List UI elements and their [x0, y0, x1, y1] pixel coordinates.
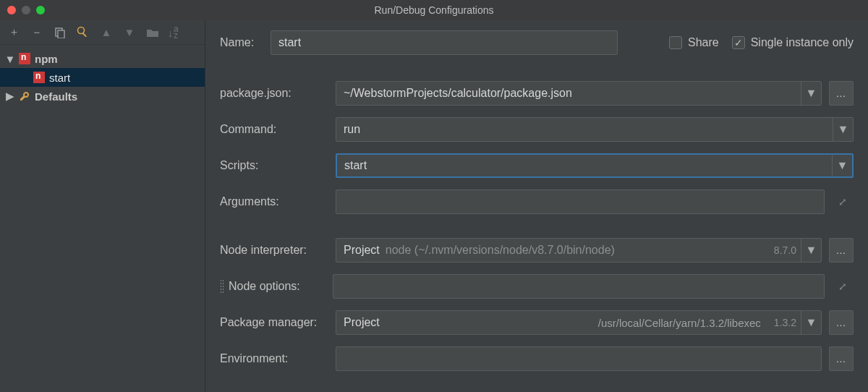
svg-rect-1: [58, 30, 64, 38]
node-options-input[interactable]: [333, 274, 825, 299]
copy-icon[interactable]: [54, 26, 67, 39]
package-json-value: ~/WebstormProjects/calculator/package.js…: [344, 87, 572, 100]
tree-node-start[interactable]: start: [0, 68, 205, 87]
npm-icon: [33, 72, 45, 83]
tree-node-defaults[interactable]: ▶ Defaults: [0, 87, 205, 106]
browse-button[interactable]: …: [829, 310, 854, 335]
pkgmgr-path: /usr/local/Cellar/yarn/1.3.2/libexec: [598, 317, 767, 329]
chevron-down-icon: ▼: [832, 155, 852, 176]
divider: [220, 227, 854, 228]
chevron-down-icon: ▼: [801, 239, 821, 262]
node-options-label: Node options:: [229, 280, 333, 293]
svg-rect-3: [82, 33, 87, 37]
name-input[interactable]: [271, 30, 618, 55]
sidebar-toolbar: ＋ − ▲ ▼ a z ↓: [0, 20, 205, 45]
tree-label: Defaults: [35, 90, 77, 103]
scripts-value: start: [344, 159, 367, 172]
interpreter-detail: node (~/.nvm/versions/node/v8.7.0/bin/no…: [386, 244, 615, 257]
tree-label: start: [49, 72, 70, 84]
wrench-icon: [19, 90, 30, 102]
save-template-icon[interactable]: [77, 26, 90, 39]
environment-label: Environment:: [220, 352, 336, 365]
browse-button[interactable]: …: [829, 346, 854, 371]
package-json-combo[interactable]: ~/WebstormProjects/calculator/package.js…: [336, 81, 822, 106]
tree-node-npm[interactable]: ▼ npm: [0, 49, 205, 68]
remove-icon[interactable]: −: [30, 26, 43, 39]
expand-icon[interactable]: ⤢: [832, 189, 854, 214]
interpreter-version: 8.7.0: [774, 244, 801, 256]
pkgmgr-prefix: Project: [344, 316, 380, 329]
interpreter-prefix: Project: [344, 244, 380, 257]
interpreter-combo[interactable]: Project node (~/.nvm/versions/node/v8.7.…: [336, 238, 822, 263]
environment-input[interactable]: [336, 346, 822, 371]
chevron-right-icon: ▶: [6, 90, 14, 103]
scripts-combo[interactable]: start ▼: [336, 153, 854, 178]
checkbox-icon: [669, 36, 682, 49]
tree-label: npm: [35, 53, 58, 65]
sidebar: ＋ − ▲ ▼ a z ↓ ▼ npm: [0, 20, 205, 392]
config-panel: Name: Share ✓ Single instance only packa…: [205, 20, 868, 392]
add-icon[interactable]: ＋: [7, 26, 20, 39]
single-instance-label: Single instance only: [751, 36, 854, 49]
folder-icon[interactable]: [146, 26, 159, 39]
name-label: Name:: [220, 36, 271, 49]
share-checkbox[interactable]: Share: [669, 36, 719, 49]
titlebar: Run/Debug Configurations: [0, 0, 868, 20]
checkbox-checked-icon: ✓: [732, 36, 745, 49]
arguments-input[interactable]: [336, 189, 825, 214]
interpreter-label: Node interpreter:: [220, 244, 336, 257]
drag-handle-icon[interactable]: [220, 279, 224, 294]
command-value: run: [344, 123, 360, 136]
command-label: Command:: [220, 123, 336, 136]
arguments-label: Arguments:: [220, 195, 336, 208]
move-up-icon[interactable]: ▲: [100, 26, 113, 39]
browse-button[interactable]: …: [829, 238, 854, 263]
npm-icon: [19, 53, 30, 64]
chevron-down-icon: ▼: [801, 82, 821, 105]
command-combo[interactable]: run ▼: [336, 117, 854, 142]
chevron-down-icon: ▼: [833, 118, 853, 141]
window-title: Run/Debug Configurations: [0, 4, 868, 16]
package-json-label: package.json:: [220, 87, 336, 100]
pkgmgr-version: 1.3.2: [774, 317, 801, 328]
share-label: Share: [688, 36, 719, 49]
browse-button[interactable]: …: [829, 81, 854, 106]
expand-icon[interactable]: ⤢: [832, 274, 854, 299]
pkgmgr-combo[interactable]: Project /usr/local/Cellar/yarn/1.3.2/lib…: [336, 310, 822, 335]
move-down-icon[interactable]: ▼: [123, 26, 136, 39]
pkgmgr-label: Package manager:: [220, 316, 336, 329]
config-tree[interactable]: ▼ npm start ▶ Defaults: [0, 45, 205, 106]
chevron-down-icon: ▼: [6, 53, 14, 65]
sort-icon[interactable]: a z ↓: [169, 26, 182, 39]
scripts-label: Scripts:: [220, 159, 336, 172]
single-instance-checkbox[interactable]: ✓ Single instance only: [732, 36, 854, 49]
chevron-down-icon: ▼: [801, 311, 821, 334]
